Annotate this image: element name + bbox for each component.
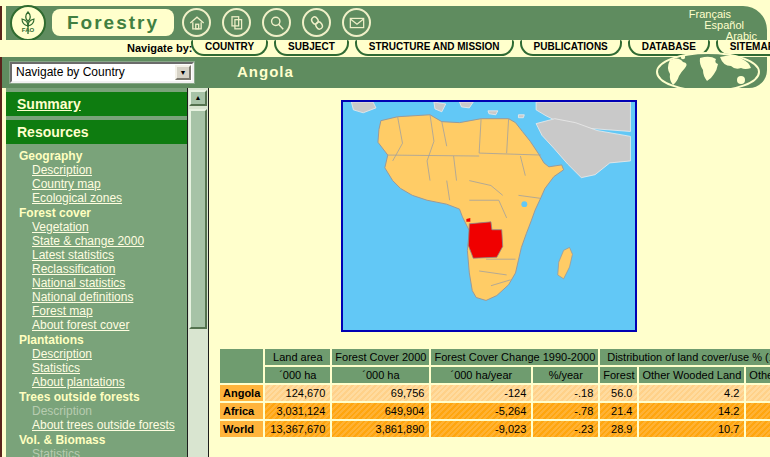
sidebar-link-forest-cover-vegetation[interactable]: Vegetation [6, 220, 187, 234]
sidebar-group-plantations: Plantations [6, 332, 187, 347]
country-selector-value: Navigate by Country [16, 65, 125, 79]
mail-button[interactable] [342, 8, 371, 37]
sidebar-link-geography-ecological-zones[interactable]: Ecological zones [6, 191, 187, 205]
sidebar-link-geography-country-map[interactable]: Country map [6, 177, 187, 191]
table-value-cell: 56.0 [600, 385, 637, 401]
tab-subject[interactable]: SUBJECT [274, 40, 349, 56]
tab-country[interactable]: COUNTRY [191, 40, 268, 56]
link-button[interactable] [302, 8, 331, 37]
table-value-cell: 124,670 [265, 385, 330, 401]
table-row-africa: Africa3,031,124649,904-5,264-.7821.414.2… [220, 403, 770, 419]
column-unit-forest: Forest [600, 367, 637, 383]
column-unit-000-ha: ´000 ha [265, 367, 330, 383]
table-row-angola: Angola124,67069,756-124-.1856.04.290.0 [220, 385, 770, 401]
sidebar-link-forest-cover-about-forest-cover[interactable]: About forest cover [6, 318, 187, 332]
sidebar-link-geography-description[interactable]: Description [6, 163, 187, 177]
column-unit-other-wooded-land: Other Wooded Land [639, 367, 744, 383]
navigate-by-label: Navigate by: [127, 42, 192, 54]
home-icon [187, 13, 207, 33]
statistics-table: Land areaForest Cover 2000Forest Cover C… [218, 347, 770, 439]
svg-text:FAO: FAO [22, 27, 35, 33]
row-label: Africa [220, 403, 263, 419]
table-value-cell: 90.0 [746, 385, 770, 401]
header-bar: FAO Forestry [6, 6, 767, 40]
table-value-cell: -.23 [533, 421, 598, 437]
brand-title: Forestry [52, 9, 174, 36]
language-links: FrançaisEspañolArabic [689, 9, 757, 42]
table-value-cell: 14.2 [639, 403, 744, 419]
sidebar-link-plantations-about-plantations[interactable]: About plantations [6, 375, 187, 389]
sidebar-link-trees-outside-forests-about-trees-outside-forests[interactable]: About trees outside forests [6, 418, 187, 432]
row-label: Angola [220, 385, 263, 401]
search-button[interactable] [262, 8, 291, 37]
sidebar-bar-label: Summary [17, 96, 81, 112]
country-selector[interactable]: Navigate by Country ▼ [10, 62, 194, 83]
row-label: World [220, 421, 263, 437]
main-content: Land areaForest Cover 2000Forest Cover C… [209, 88, 770, 457]
table-value-cell: -124 [431, 385, 531, 401]
sidebar-group-vol-biomass: Vol. & Biomass [6, 432, 187, 447]
table-value-cell: -5,264 [431, 403, 531, 419]
sidebar-scrollbar[interactable]: ▲ [187, 88, 209, 457]
column-group-distribution-of-land-cover-use-1983: Distribution of land cover/use % (1983) [600, 349, 770, 365]
table-value-cell: 3,031,124 [265, 403, 330, 419]
sidebar-bar-summary[interactable]: Summary [6, 92, 187, 116]
sidebar-link-forest-cover-forest-map[interactable]: Forest map [6, 304, 187, 318]
sidebar-link-forest-cover-reclassification[interactable]: Reclassification [6, 262, 187, 276]
page-title: Angola [237, 63, 294, 80]
chevron-down-icon[interactable]: ▼ [175, 65, 191, 80]
sidebar-link-plantations-statistics[interactable]: Statistics [6, 361, 187, 375]
header-icon-buttons [182, 8, 371, 37]
sidebar-group-forest-cover: Forest cover [6, 205, 187, 220]
table-value-cell: 4.2 [639, 385, 744, 401]
sidebar-link-forest-cover-national-definitions[interactable]: National definitions [6, 290, 187, 304]
sidebar-group-trees-outside-forests: Trees outside forests [6, 389, 187, 404]
search-icon [267, 13, 287, 33]
documents-icon [227, 13, 247, 33]
table-value-cell: 10.7 [639, 421, 744, 437]
table-value-cell: -9,023 [431, 421, 531, 437]
sidebar-link-forest-cover-latest-statistics[interactable]: Latest statistics [6, 248, 187, 262]
sidebar-bar-label: Resources [17, 124, 89, 140]
fao-logo[interactable]: FAO [10, 5, 46, 41]
link-icon [307, 13, 327, 33]
sidebar-link-trees-outside-forests-description: Description [6, 404, 187, 418]
table-corner-cell [220, 349, 263, 383]
table-value-cell: 63.7 [746, 403, 770, 419]
africa-map-image [343, 102, 631, 326]
table-value-cell: 21.4 [600, 403, 637, 419]
table-value-cell: 649,904 [332, 403, 429, 419]
table-value-cell: 28.9 [600, 421, 637, 437]
sidebar-link-plantations-description[interactable]: Description [6, 347, 187, 361]
table-row-world: World13,367,6703,861,890-9,023-.2328.910… [220, 421, 770, 437]
table-value-cell: 59.0 [746, 421, 770, 437]
documents-button[interactable] [222, 8, 251, 37]
mail-icon [347, 13, 367, 33]
sidebar-link-forest-cover-state-change-2000[interactable]: State & change 2000 [6, 234, 187, 248]
title-bar: Navigate by Country ▼ Angola [2, 57, 767, 88]
sidebar-group-geography: Geography [6, 148, 187, 163]
table-value-cell: 69,756 [332, 385, 429, 401]
sidebar-link-forest-cover-national-statistics[interactable]: National statistics [6, 276, 187, 290]
home-button[interactable] [182, 8, 211, 37]
scrollbar-thumb[interactable] [189, 109, 207, 329]
column-unit-other-land: Other land [746, 367, 770, 383]
table-value-cell: -.78 [533, 403, 598, 419]
sidebar: SummaryResourcesGeographyDescriptionCoun… [6, 88, 187, 457]
column-group-forest-cover-change-1990-2000: Forest Cover Change 1990-2000 [431, 349, 598, 365]
tab-publications[interactable]: PUBLICATIONS [520, 40, 622, 56]
tab-structure-and-mission[interactable]: STRUCTURE AND MISSION [355, 40, 514, 56]
sidebar-link-vol-biomass-statistics: Statistics [6, 447, 187, 457]
column-unit-000-ha-year: ´000 ha/year [431, 367, 531, 383]
scroll-up-arrow-icon: ▲ [195, 94, 202, 101]
table-value-cell: -.18 [533, 385, 598, 401]
table-value-cell: 3,861,890 [332, 421, 429, 437]
column-unit-000-ha: ´000 ha [332, 367, 429, 383]
table-value-cell: 13,367,670 [265, 421, 330, 437]
column-group-forest-cover-2000: Forest Cover 2000 [332, 349, 429, 365]
scroll-up-button[interactable]: ▲ [189, 90, 207, 106]
column-unit-year: %/year [533, 367, 598, 383]
sidebar-bar-resources[interactable]: Resources [6, 120, 187, 144]
column-group-land-area: Land area [265, 349, 330, 365]
fao-emblem-icon: FAO [12, 7, 44, 39]
